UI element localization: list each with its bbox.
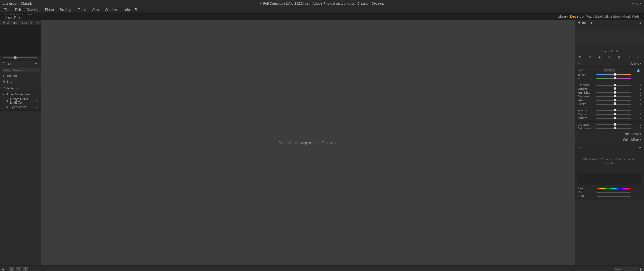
blacks-slider-row: Blacks 0 xyxy=(577,102,642,106)
module-library[interactable]: Library xyxy=(558,14,568,18)
color-mixer-pencil-icon[interactable]: ✏ xyxy=(578,145,581,150)
vibrance-slider[interactable] xyxy=(596,124,631,125)
graduated-filter-icon[interactable]: ▤ xyxy=(617,55,622,60)
basic-panel-header[interactable]: ─ Basic ▼ xyxy=(575,61,644,67)
tone-curve-header[interactable]: ─ Tone Curve ▼ xyxy=(575,132,644,137)
module-print[interactable]: Print xyxy=(623,14,630,18)
wb-value[interactable]: As Shot xyxy=(603,68,616,72)
menu-help[interactable]: Help xyxy=(120,7,132,12)
snapshots-section: Snapshots + xyxy=(0,72,41,79)
app-label-small: Adobe Lightroom Classic xyxy=(5,13,33,16)
menu-tools[interactable]: Tools xyxy=(75,7,89,12)
texture-slider[interactable] xyxy=(596,110,631,111)
contrast-slider[interactable] xyxy=(596,89,631,89)
collection-tyler-label: Tyler Bridge xyxy=(10,106,27,109)
collection-grqlyn-label: Grqlyn Prints Draft Co... xyxy=(10,97,35,104)
dehaze-slider-row: Dehaze 0 xyxy=(577,116,642,120)
collections-add-icon[interactable]: + xyxy=(34,86,38,90)
saturation-slider[interactable] xyxy=(596,128,631,129)
close-icon[interactable]: ✕ xyxy=(639,2,641,5)
module-book[interactable]: Book xyxy=(595,14,602,18)
menu-photo[interactable]: Photo xyxy=(42,7,57,12)
presets-add-icon[interactable]: + xyxy=(34,62,38,66)
adjustment-brush-icon[interactable]: ✏ xyxy=(636,55,641,60)
wb-eyedropper-icon[interactable]: 💧 xyxy=(636,69,640,72)
module-map[interactable]: Map xyxy=(586,14,592,18)
tint-label: Tint xyxy=(578,77,595,80)
view-loupe-button[interactable]: ■ xyxy=(9,267,14,271)
crop-tool-icon[interactable]: ⊡ xyxy=(578,55,583,60)
clarity-slider-row: Clarity 0 xyxy=(577,112,642,116)
zoom-fit[interactable]: FIT xyxy=(16,21,20,24)
snapshots-header[interactable]: Snapshots + xyxy=(0,72,41,79)
view-grid-button[interactable]: ⊞ xyxy=(16,267,21,271)
color-mixer-header[interactable]: ─ Color Mixer ▼ xyxy=(575,137,644,143)
menu-search-icon[interactable]: 🔍 xyxy=(134,8,138,11)
tint-slider-row: Tint — xyxy=(577,77,642,80)
zoom-slider[interactable] xyxy=(3,57,37,58)
history-header[interactable]: History xyxy=(0,79,41,85)
navigator-header[interactable]: Navigator FIT FILL 1:1 2:1 xyxy=(0,20,41,25)
zoom-options: FIT FILL 1:1 2:1 xyxy=(16,21,40,24)
presets-label: Presets xyxy=(3,62,13,66)
histogram-collapse-icon: ▲ xyxy=(639,21,641,24)
vibrance-slider-row: Vibrance 0 xyxy=(577,123,642,127)
module-develop[interactable]: Develop xyxy=(570,14,584,18)
basic-arrow-icon: ▼ xyxy=(639,62,641,65)
temp-slider[interactable] xyxy=(596,74,631,75)
lum-slider[interactable] xyxy=(597,196,631,197)
menu-view[interactable]: View xyxy=(89,7,102,12)
histogram-header[interactable]: Histogram ▲ xyxy=(575,20,644,26)
tint-slider[interactable] xyxy=(596,78,631,79)
presets-header[interactable]: Presets + xyxy=(0,61,41,67)
menu-window[interactable]: Window xyxy=(102,7,119,12)
minimize-icon[interactable]: ─ xyxy=(632,2,635,5)
hue-slider[interactable] xyxy=(597,188,631,189)
red-eye-tool-icon[interactable]: ◉ xyxy=(597,55,602,60)
dehaze-slider[interactable] xyxy=(596,118,631,119)
menu-edit[interactable]: Edit xyxy=(13,7,24,12)
presets-search[interactable] xyxy=(2,68,39,73)
collection-grqlyn[interactable]: ▣ Grqlyn Prints Draft Co... 0 xyxy=(0,97,41,105)
highlights-slider[interactable] xyxy=(596,92,631,93)
sat-color-slider[interactable] xyxy=(597,192,631,193)
whites-slider[interactable] xyxy=(596,100,631,101)
color-mixer-hint: Click the Point Color icon (Dropper) to … xyxy=(578,151,641,171)
zoom-2to1[interactable]: 2:1 xyxy=(36,21,40,24)
histogram-label: Histogram xyxy=(578,21,592,24)
toolbar-search-input[interactable] xyxy=(613,267,638,271)
clarity-slider[interactable] xyxy=(596,114,631,115)
menu-develop[interactable]: Develop xyxy=(24,7,42,12)
blacks-slider[interactable] xyxy=(596,104,631,105)
navigator-section: Navigator FIT FILL 1:1 2:1 xyxy=(0,20,41,56)
color-mixer-dropdown-icon[interactable]: ▼ xyxy=(638,146,641,149)
radial-filter-icon[interactable]: ◌ xyxy=(627,55,632,60)
right-panel-toggle[interactable]: ▶ xyxy=(640,268,643,271)
right-panel: Histogram ▲ Original Photo ⊡ ◎ ◉ ⬡ ▤ ◌ ✏… xyxy=(575,20,644,265)
histogram-display xyxy=(576,26,643,48)
highlights-slider-row: Highlights 0 xyxy=(577,91,642,95)
collection-tyler[interactable]: ▣ Tyler Bridge 0 xyxy=(0,105,41,110)
zoom-fill[interactable]: FILL xyxy=(22,21,28,24)
maximize-icon[interactable]: □ xyxy=(636,2,638,5)
user-info-compact: Adobe Lightroom Classic Jason Row xyxy=(5,13,33,19)
shadows-slider[interactable] xyxy=(596,96,631,97)
masking-tool-icon[interactable]: ⬡ xyxy=(607,55,612,60)
module-slideshow[interactable]: Slideshow xyxy=(605,14,620,18)
view-compare-button[interactable]: ≡ xyxy=(23,267,28,271)
window-controls[interactable]: ─ □ ✕ xyxy=(632,2,641,5)
collection-smart[interactable]: ▶ Smart Collections xyxy=(0,92,41,97)
collections-list: ▶ Smart Collections ▣ Grqlyn Prints Draf… xyxy=(0,91,41,110)
left-panel-toggle[interactable]: ◀ xyxy=(1,268,4,271)
spot-heal-tool-icon[interactable]: ◎ xyxy=(587,55,592,60)
menu-settings[interactable]: Settings xyxy=(57,7,75,12)
menu-file[interactable]: File xyxy=(1,7,12,12)
exposure-slider[interactable] xyxy=(596,85,631,86)
navigator-label: Navigator xyxy=(3,21,16,24)
module-web[interactable]: Web xyxy=(632,14,639,18)
zoom-1to1[interactable]: 1:1 xyxy=(30,21,34,24)
collections-header[interactable]: Collections + xyxy=(0,85,41,91)
collection-grqlyn-count: 0 xyxy=(36,99,38,102)
snapshots-add-icon[interactable]: + xyxy=(34,73,38,77)
snapshots-label: Snapshots xyxy=(3,74,17,77)
